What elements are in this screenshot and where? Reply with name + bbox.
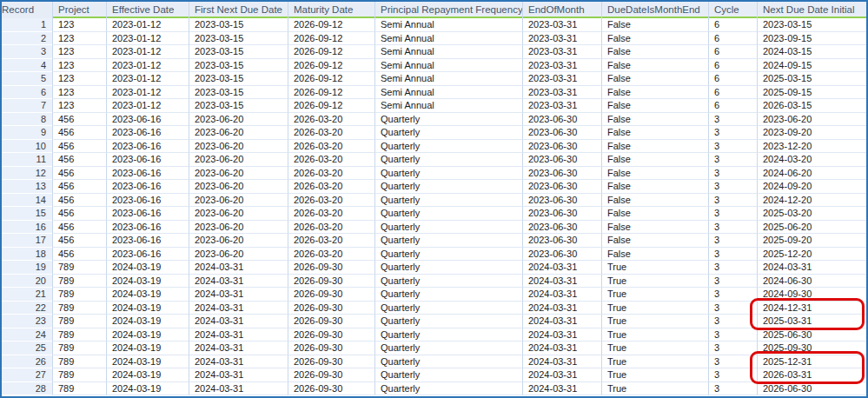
cell-due-date-is-month-end[interactable]: False <box>601 153 708 167</box>
cell-cycle[interactable]: 3 <box>708 382 757 396</box>
cell-principal-repayment-frequency[interactable]: Quarterly <box>374 126 522 140</box>
cell-next-due-date-initial[interactable]: 2025-09-15 <box>757 86 866 100</box>
cell-first-next-due-date[interactable]: 2024-03-31 <box>189 302 288 315</box>
cell-project[interactable]: 123 <box>52 86 106 100</box>
row-header-cell[interactable]: 20 <box>2 275 52 289</box>
row-header-cell[interactable]: 13 <box>2 180 52 194</box>
cell-first-next-due-date[interactable]: 2024-03-31 <box>189 382 288 396</box>
cell-due-date-is-month-end[interactable]: False <box>601 45 708 59</box>
cell-maturity-date[interactable]: 2026-09-30 <box>288 302 374 315</box>
cell-maturity-date[interactable]: 2026-09-12 <box>288 86 374 100</box>
cell-maturity-date[interactable]: 2026-09-30 <box>288 368 374 382</box>
cell-project[interactable]: 123 <box>52 18 106 32</box>
cell-effective-date[interactable]: 2023-01-12 <box>106 99 189 113</box>
row-header-cell[interactable]: 8 <box>2 113 52 127</box>
cell-end-of-month[interactable]: 2023-06-30 <box>522 153 601 167</box>
cell-next-due-date-initial[interactable]: 2023-09-20 <box>757 126 866 140</box>
cell-end-of-month[interactable]: 2024-03-31 <box>522 302 601 315</box>
cell-principal-repayment-frequency[interactable]: Quarterly <box>374 342 522 355</box>
cell-project[interactable]: 123 <box>52 59 106 73</box>
cell-maturity-date[interactable]: 2026-09-12 <box>288 99 374 113</box>
cell-principal-repayment-frequency[interactable]: Quarterly <box>374 328 522 342</box>
cell-next-due-date-initial[interactable]: 2025-03-31 <box>757 315 866 328</box>
cell-end-of-month[interactable]: 2023-03-31 <box>522 18 601 32</box>
cell-maturity-date[interactable]: 2026-03-20 <box>288 248 374 262</box>
cell-project[interactable]: 123 <box>52 99 106 113</box>
cell-end-of-month[interactable]: 2023-06-30 <box>522 113 601 127</box>
cell-next-due-date-initial[interactable]: 2024-09-30 <box>757 288 866 302</box>
row-header-cell[interactable]: 10 <box>2 140 52 154</box>
cell-maturity-date[interactable]: 2026-09-12 <box>288 59 374 73</box>
cell-first-next-due-date[interactable]: 2024-03-31 <box>189 275 288 289</box>
cell-cycle[interactable]: 3 <box>708 355 757 369</box>
cell-project[interactable]: 789 <box>52 275 106 289</box>
cell-end-of-month[interactable]: 2023-06-30 <box>522 126 601 140</box>
cell-next-due-date-initial[interactable]: 2025-03-20 <box>757 207 866 221</box>
cell-first-next-due-date[interactable]: 2023-06-20 <box>189 153 288 167</box>
cell-principal-repayment-frequency[interactable]: Quarterly <box>374 221 522 235</box>
cell-next-due-date-initial[interactable]: 2023-12-20 <box>757 140 866 154</box>
cell-end-of-month[interactable]: 2023-06-30 <box>522 180 601 194</box>
cell-maturity-date[interactable]: 2026-09-30 <box>288 342 374 355</box>
cell-project[interactable]: 789 <box>52 288 106 302</box>
cell-principal-repayment-frequency[interactable]: Quarterly <box>374 234 522 248</box>
cell-due-date-is-month-end[interactable]: False <box>601 86 708 100</box>
cell-effective-date[interactable]: 2023-01-12 <box>106 72 189 86</box>
cell-due-date-is-month-end[interactable]: False <box>601 140 708 154</box>
cell-first-next-due-date[interactable]: 2024-03-31 <box>189 342 288 355</box>
cell-due-date-is-month-end[interactable]: False <box>601 99 708 113</box>
cell-due-date-is-month-end[interactable]: True <box>601 368 708 382</box>
cell-maturity-date[interactable]: 2026-09-12 <box>288 72 374 86</box>
cell-project[interactable]: 789 <box>52 355 106 369</box>
cell-next-due-date-initial[interactable]: 2024-12-31 <box>757 302 866 315</box>
row-header-cell[interactable]: 25 <box>2 342 52 355</box>
cell-principal-repayment-frequency[interactable]: Semi Annual <box>374 72 522 86</box>
row-header-cell[interactable]: 24 <box>2 328 52 342</box>
cell-due-date-is-month-end[interactable]: True <box>601 382 708 396</box>
cell-due-date-is-month-end[interactable]: True <box>601 342 708 355</box>
cell-effective-date[interactable]: 2024-03-19 <box>106 315 189 328</box>
cell-cycle[interactable]: 3 <box>708 140 757 154</box>
cell-due-date-is-month-end[interactable]: True <box>601 261 708 275</box>
cell-due-date-is-month-end[interactable]: False <box>601 221 708 235</box>
cell-effective-date[interactable]: 2024-03-19 <box>106 288 189 302</box>
cell-maturity-date[interactable]: 2026-09-30 <box>288 382 374 396</box>
cell-principal-repayment-frequency[interactable]: Quarterly <box>374 167 522 181</box>
cell-principal-repayment-frequency[interactable]: Semi Annual <box>374 86 522 100</box>
cell-project[interactable]: 789 <box>52 315 106 328</box>
cell-first-next-due-date[interactable]: 2023-06-20 <box>189 234 288 248</box>
row-header-cell[interactable]: 5 <box>2 72 52 86</box>
cell-effective-date[interactable]: 2024-03-19 <box>106 382 189 396</box>
cell-end-of-month[interactable]: 2023-06-30 <box>522 234 601 248</box>
cell-maturity-date[interactable]: 2026-09-30 <box>288 288 374 302</box>
cell-principal-repayment-frequency[interactable]: Quarterly <box>374 315 522 328</box>
cell-end-of-month[interactable]: 2024-03-31 <box>522 368 601 382</box>
cell-project[interactable]: 123 <box>52 72 106 86</box>
cell-maturity-date[interactable]: 2026-09-12 <box>288 45 374 59</box>
cell-end-of-month[interactable]: 2023-06-30 <box>522 207 601 221</box>
cell-cycle[interactable]: 3 <box>708 207 757 221</box>
cell-effective-date[interactable]: 2023-06-16 <box>106 113 189 127</box>
cell-next-due-date-initial[interactable]: 2025-06-30 <box>757 328 866 342</box>
cell-first-next-due-date[interactable]: 2023-03-15 <box>189 86 288 100</box>
cell-due-date-is-month-end[interactable]: False <box>601 32 708 46</box>
cell-maturity-date[interactable]: 2026-09-30 <box>288 275 374 289</box>
cell-first-next-due-date[interactable]: 2023-03-15 <box>189 72 288 86</box>
cell-first-next-due-date[interactable]: 2023-03-15 <box>189 45 288 59</box>
column-header-cycle[interactable]: Cycle <box>708 2 757 18</box>
cell-effective-date[interactable]: 2023-06-16 <box>106 207 189 221</box>
cell-maturity-date[interactable]: 2026-03-20 <box>288 221 374 235</box>
cell-effective-date[interactable]: 2023-01-12 <box>106 59 189 73</box>
cell-first-next-due-date[interactable]: 2023-06-20 <box>189 140 288 154</box>
cell-due-date-is-month-end[interactable]: False <box>601 194 708 208</box>
cell-first-next-due-date[interactable]: 2023-06-20 <box>189 207 288 221</box>
row-header-cell[interactable]: 1 <box>2 18 52 32</box>
cell-cycle[interactable]: 6 <box>708 99 757 113</box>
cell-project[interactable]: 789 <box>52 342 106 355</box>
cell-effective-date[interactable]: 2023-06-16 <box>106 221 189 235</box>
cell-first-next-due-date[interactable]: 2023-06-20 <box>189 126 288 140</box>
cell-maturity-date[interactable]: 2026-03-20 <box>288 153 374 167</box>
cell-effective-date[interactable]: 2023-06-16 <box>106 153 189 167</box>
row-header-cell[interactable]: 4 <box>2 59 52 73</box>
cell-maturity-date[interactable]: 2026-03-20 <box>288 180 374 194</box>
